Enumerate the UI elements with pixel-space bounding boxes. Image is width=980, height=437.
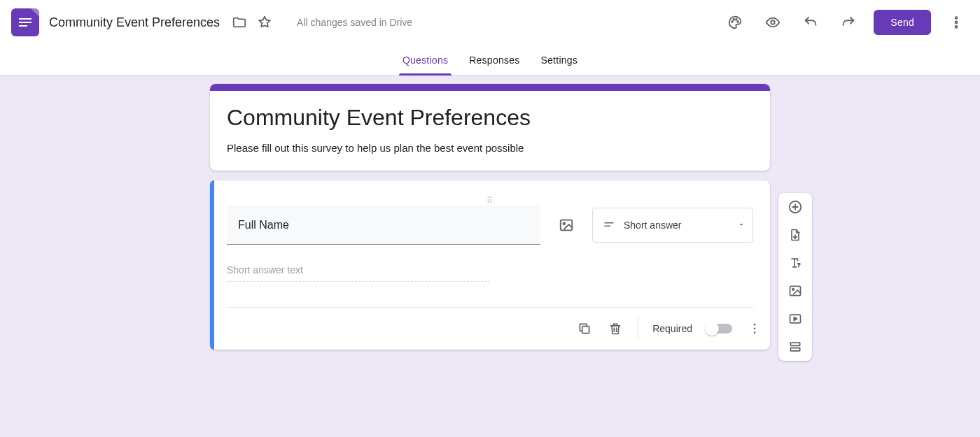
svg-point-4 bbox=[771, 20, 776, 24]
document-title[interactable]: Community Event Preferences bbox=[49, 15, 220, 30]
add-image-icon[interactable] bbox=[552, 210, 581, 240]
required-label: Required bbox=[652, 323, 692, 334]
tab-questions[interactable]: Questions bbox=[402, 45, 448, 75]
svg-point-1 bbox=[734, 19, 735, 20]
question-more-icon[interactable] bbox=[746, 320, 763, 337]
svg-rect-12 bbox=[582, 327, 589, 334]
app-header: Community Event Preferences All changes … bbox=[0, 0, 980, 45]
question-card[interactable]: ⠿ Short answer bbox=[210, 180, 770, 350]
forms-logo[interactable] bbox=[11, 8, 39, 36]
add-section-button[interactable] bbox=[787, 338, 804, 355]
add-question-button[interactable] bbox=[787, 199, 804, 215]
svg-point-5 bbox=[955, 17, 958, 19]
question-footer: Required bbox=[210, 308, 770, 350]
add-image-button[interactable] bbox=[787, 282, 804, 299]
question-type-select[interactable]: Short answer bbox=[592, 208, 753, 243]
required-toggle[interactable] bbox=[706, 324, 732, 334]
tabs-bar: Questions Responses Settings bbox=[0, 45, 980, 76]
add-title-button[interactable] bbox=[787, 255, 804, 271]
svg-point-13 bbox=[754, 324, 756, 326]
more-vert-icon[interactable] bbox=[948, 14, 965, 31]
form-canvas: Community Event Preferences Please fill … bbox=[0, 76, 980, 437]
chevron-down-icon bbox=[737, 220, 746, 231]
svg-rect-23 bbox=[790, 348, 799, 351]
eye-icon[interactable] bbox=[764, 14, 781, 31]
form-header-card[interactable]: Community Event Preferences Please fill … bbox=[210, 84, 770, 171]
svg-point-2 bbox=[736, 19, 737, 20]
save-status: All changes saved in Drive bbox=[297, 17, 412, 28]
svg-rect-22 bbox=[790, 343, 799, 345]
add-video-button[interactable] bbox=[787, 310, 804, 327]
svg-point-3 bbox=[738, 21, 739, 22]
delete-icon[interactable] bbox=[607, 320, 624, 337]
answer-preview: Short answer text bbox=[227, 264, 490, 282]
svg-point-6 bbox=[955, 22, 958, 24]
svg-point-7 bbox=[955, 26, 958, 28]
question-title-input[interactable] bbox=[227, 206, 540, 245]
palette-icon[interactable] bbox=[727, 14, 743, 31]
svg-point-9 bbox=[563, 222, 565, 224]
send-button[interactable]: Send bbox=[874, 10, 931, 35]
svg-point-15 bbox=[754, 332, 756, 334]
svg-point-14 bbox=[754, 328, 756, 330]
folder-icon[interactable] bbox=[231, 14, 248, 31]
side-toolbar bbox=[778, 193, 812, 361]
svg-point-0 bbox=[732, 21, 733, 22]
question-type-label: Short answer bbox=[624, 220, 681, 231]
import-questions-button[interactable] bbox=[787, 227, 804, 243]
star-icon[interactable] bbox=[256, 14, 273, 31]
divider bbox=[638, 317, 638, 340]
redo-icon[interactable] bbox=[840, 14, 857, 31]
tab-settings[interactable]: Settings bbox=[541, 45, 578, 75]
form-title[interactable]: Community Event Preferences bbox=[227, 105, 753, 131]
duplicate-icon[interactable] bbox=[576, 320, 593, 337]
form-description[interactable]: Please fill out this survey to help us p… bbox=[227, 142, 753, 154]
short-answer-icon bbox=[603, 218, 615, 233]
undo-icon[interactable] bbox=[802, 14, 819, 31]
tab-responses[interactable]: Responses bbox=[469, 45, 519, 75]
svg-point-20 bbox=[792, 289, 794, 291]
